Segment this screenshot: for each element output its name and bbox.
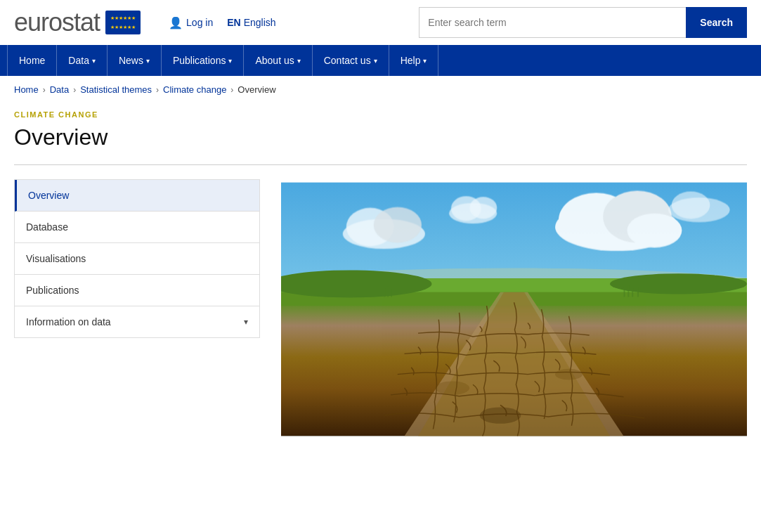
chevron-down-icon: ▾ [423, 57, 427, 65]
page-content: CLIMATE CHANGE Overview Overview Databas… [0, 103, 761, 467]
chevron-down-icon: ▾ [146, 57, 150, 65]
nav-item-home[interactable]: Home [7, 45, 57, 76]
chevron-down-icon: ▾ [297, 57, 301, 65]
breadcrumb-sep-2: › [73, 85, 76, 95]
search-button[interactable]: Search [686, 7, 747, 38]
section-label-text: CLIMATE CHANGE [14, 110, 98, 119]
svg-point-5 [627, 214, 682, 248]
chevron-down-icon: ▾ [228, 57, 232, 65]
svg-rect-23 [391, 290, 392, 297]
svg-rect-27 [637, 287, 639, 297]
nav-label-news: News [119, 55, 143, 66]
logo-text[interactable]: eurostat [14, 8, 100, 37]
main-nav: Home Data ▾ News ▾ Publications ▾ About … [0, 45, 761, 76]
svg-point-30 [480, 407, 521, 423]
breadcrumb-data[interactable]: Data [50, 84, 69, 95]
eu-flag-icon: ★★★ ★★★ ★★★ ★★★ [105, 11, 141, 34]
nav-item-publications[interactable]: Publications ▾ [162, 45, 245, 76]
breadcrumb-sep-3: › [156, 85, 159, 95]
sidebar-item-information-on-data[interactable]: Information on data ▾ [15, 306, 259, 337]
breadcrumb-climate-change[interactable]: Climate change [163, 84, 226, 95]
login-link[interactable]: 👤 Log in [169, 16, 213, 30]
svg-rect-26 [632, 289, 633, 297]
sidebar-label-information-on-data: Information on data [26, 316, 111, 327]
nav-label-contact: Contact us [324, 55, 371, 66]
sidebar-label-visualisations: Visualisations [26, 253, 86, 264]
sidebar: Overview Database Visualisations Publica… [14, 179, 260, 338]
breadcrumb-sep-4: › [230, 85, 233, 95]
lang-code: EN [227, 17, 240, 28]
chevron-down-icon: ▾ [92, 57, 96, 65]
main-layout: Overview Database Visualisations Publica… [14, 179, 747, 439]
sidebar-item-database[interactable]: Database [15, 212, 259, 243]
svg-point-11 [469, 197, 497, 219]
svg-rect-21 [384, 289, 385, 297]
nav-item-contact[interactable]: Contact us ▾ [313, 45, 389, 76]
person-icon: 👤 [169, 16, 183, 30]
nav-label-publications: Publications [173, 55, 226, 66]
breadcrumb-home[interactable]: Home [14, 84, 39, 95]
svg-rect-22 [387, 287, 389, 297]
breadcrumb-statistical-themes[interactable]: Statistical themes [80, 84, 152, 95]
hero-svg [281, 179, 747, 439]
svg-point-8 [374, 207, 422, 243]
logo-area: eurostat ★★★ ★★★ ★★★ ★★★ [14, 8, 141, 37]
search-area: Search [419, 7, 747, 38]
nav-item-about[interactable]: About us ▾ [244, 45, 312, 76]
svg-point-28 [435, 381, 469, 395]
login-label: Log in [186, 17, 213, 28]
sidebar-item-visualisations[interactable]: Visualisations [15, 243, 259, 275]
sidebar-label-publications: Publications [26, 285, 79, 296]
page-divider [14, 164, 747, 165]
search-input[interactable] [419, 7, 686, 38]
nav-item-news[interactable]: News ▾ [108, 45, 162, 76]
language-selector[interactable]: EN English [227, 17, 275, 28]
header: eurostat ★★★ ★★★ ★★★ ★★★ 👤 Log in EN Eng… [0, 0, 761, 45]
hero-image [281, 179, 747, 439]
nav-item-help[interactable]: Help ▾ [389, 45, 439, 76]
lang-name: English [244, 17, 276, 28]
nav-label-about: About us [255, 55, 294, 66]
breadcrumb: Home › Data › Statistical themes › Clima… [0, 76, 761, 103]
breadcrumb-current: Overview [238, 84, 275, 95]
sidebar-label-overview: Overview [28, 190, 69, 201]
section-label: CLIMATE CHANGE [14, 110, 747, 119]
svg-point-13 [672, 191, 710, 219]
sidebar-item-publications[interactable]: Publications [15, 275, 259, 306]
chevron-down-icon: ▾ [374, 57, 377, 65]
chevron-down-icon: ▾ [244, 317, 248, 327]
svg-point-29 [555, 369, 583, 380]
nav-label-data: Data [68, 55, 89, 66]
sidebar-item-overview[interactable]: Overview [15, 180, 259, 212]
nav-label-home: Home [19, 55, 45, 66]
nav-label-help: Help [401, 55, 421, 66]
svg-rect-25 [627, 286, 629, 297]
header-center: 👤 Log in EN English [169, 16, 276, 30]
nav-item-data[interactable]: Data ▾ [57, 45, 108, 76]
svg-point-18 [610, 273, 747, 294]
page-title: Overview [14, 124, 747, 150]
svg-rect-24 [624, 288, 625, 297]
breadcrumb-sep-1: › [43, 85, 46, 95]
sidebar-label-database: Database [26, 221, 68, 233]
